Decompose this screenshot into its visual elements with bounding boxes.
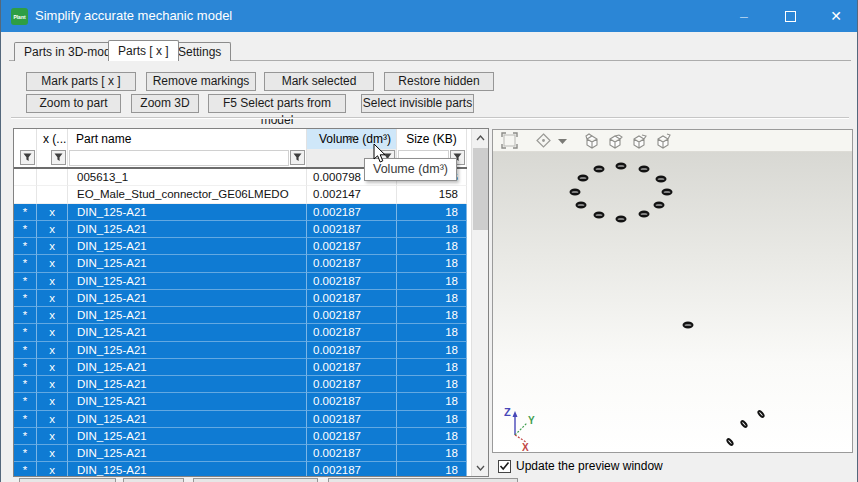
maximize-icon	[785, 11, 796, 22]
washer-part[interactable]	[683, 322, 694, 329]
row-x-cell: x	[37, 445, 68, 462]
title-bar[interactable]: Plant Simplify accurate mechanic model –…	[1, 0, 858, 32]
axis-x-label: X	[522, 442, 529, 452]
filter-cell-marker[interactable]	[14, 149, 37, 167]
washer-part[interactable]	[662, 189, 673, 196]
row-x-cell: x	[37, 204, 68, 221]
washer-part[interactable]	[725, 437, 735, 447]
washer-part[interactable]	[639, 166, 650, 173]
table-row[interactable]: * x DIN_125-A21 0.002187 18	[14, 204, 467, 221]
filter-funnel-icon[interactable]	[51, 150, 66, 165]
remove-markings-button[interactable]: Remove markings	[146, 72, 256, 91]
view-cube-icon[interactable]	[583, 133, 600, 149]
zoom-to-part-button[interactable]: Zoom to part	[26, 94, 121, 113]
table-row[interactable]: * x DIN_125-A21 0.002187 18	[14, 393, 467, 410]
table-row[interactable]: * x DIN_125-A21 0.002187 18	[14, 411, 467, 428]
table-row[interactable]: * x DIN_125-A21 0.002187 18	[14, 462, 467, 476]
filter-cell-x[interactable]	[37, 149, 68, 167]
zoom-3d-button[interactable]: Zoom 3D	[131, 94, 199, 113]
window-title: Simplify accurate mechanic model	[35, 0, 232, 32]
row-marker-cell: *	[14, 290, 37, 307]
row-size-cell: 18	[397, 221, 467, 238]
table-row[interactable]: * x DIN_125-A21 0.002187 18	[14, 376, 467, 393]
row-x-cell: x	[37, 273, 68, 290]
update-preview-label: Update the preview window	[516, 459, 663, 473]
row-x-cell: x	[37, 462, 68, 476]
washer-part[interactable]	[756, 409, 766, 419]
maximize-button[interactable]	[767, 0, 813, 32]
row-x-cell: x	[37, 342, 68, 359]
row-part-name-cell: DIN_125-A21	[68, 445, 307, 462]
table-row[interactable]: * x DIN_125-A21 0.002187 18	[14, 238, 467, 255]
row-marker-cell: *	[14, 255, 37, 272]
table-row[interactable]: * x DIN_125-A21 0.002187 18	[14, 221, 467, 238]
scroll-up-arrow-icon[interactable]	[472, 129, 489, 146]
row-volume-cell: 0.002187	[307, 204, 397, 221]
washer-part[interactable]	[594, 212, 605, 219]
washer-part[interactable]	[578, 175, 589, 182]
view-cube-icon[interactable]	[655, 133, 672, 149]
row-marker-cell: *	[14, 445, 37, 462]
minimize-button[interactable]: –	[721, 0, 767, 32]
close-button[interactable]: ✕	[813, 0, 858, 32]
view-cube-icon[interactable]	[631, 133, 648, 149]
table-row[interactable]: * x DIN_125-A21 0.002187 18	[14, 324, 467, 341]
filter-funnel-icon[interactable]	[20, 150, 35, 165]
table-row[interactable]: * x DIN_125-A21 0.002187 18	[14, 307, 467, 324]
header-marker-column[interactable]	[14, 129, 37, 149]
filter-cell-part-name[interactable]	[68, 149, 307, 167]
header-size-column[interactable]: Size (KB)	[397, 129, 467, 149]
row-volume-cell: 0.002187	[307, 376, 397, 393]
washer-part[interactable]	[576, 202, 587, 209]
restore-hidden-button[interactable]: Restore hidden	[384, 72, 494, 91]
row-marker-cell: *	[14, 238, 37, 255]
mark-parts-button[interactable]: Mark parts [ x ]	[26, 72, 136, 91]
table-row[interactable]: * x DIN_125-A21 0.002187 18	[14, 342, 467, 359]
table-row[interactable]: EO_Male_Stud_connector_GE06LMEDO 0.00214…	[14, 186, 467, 203]
washer-part[interactable]	[616, 163, 627, 170]
washer-part[interactable]	[654, 202, 665, 209]
header-x-column[interactable]: x (...	[37, 129, 68, 149]
row-size-cell: 18	[397, 359, 467, 376]
washer-part[interactable]	[639, 211, 650, 218]
table-row[interactable]: * x DIN_125-A21 0.002187 18	[14, 273, 467, 290]
washer-part[interactable]	[570, 189, 581, 196]
scroll-down-arrow-icon[interactable]	[472, 459, 489, 476]
select-invisible-parts-button[interactable]: Select invisible parts	[361, 94, 474, 113]
mark-selected-button[interactable]: Mark selected	[264, 72, 374, 91]
cut-off-button[interactable]	[19, 478, 116, 482]
dropdown-arrow-icon[interactable]	[558, 138, 567, 144]
table-row[interactable]: * x DIN_125-A21 0.002187 18	[14, 359, 467, 376]
row-marker-cell: *	[14, 221, 37, 238]
washer-part[interactable]	[594, 166, 605, 173]
table-row[interactable]: * x DIN_125-A21 0.002187 18	[14, 445, 467, 462]
cut-off-button[interactable]	[193, 478, 318, 482]
fit-view-icon[interactable]	[501, 132, 518, 149]
washer-part[interactable]	[739, 419, 749, 429]
row-size-cell: 18	[397, 393, 467, 410]
view-cube-icon[interactable]	[607, 133, 624, 149]
axis-z-label: Z	[504, 406, 511, 418]
row-x-cell: x	[37, 307, 68, 324]
header-part-name-column[interactable]: Part name	[68, 129, 307, 149]
cut-off-button[interactable]	[328, 478, 518, 482]
preview-viewport[interactable]: Z Y X	[493, 152, 852, 452]
row-size-cell: 18	[397, 376, 467, 393]
update-preview-checkbox[interactable]	[498, 460, 511, 473]
cut-off-button[interactable]	[123, 478, 184, 482]
locate-icon[interactable]	[536, 133, 551, 148]
tab-parts-x[interactable]: Parts [ x ]	[108, 40, 179, 61]
app-icon: Plant	[11, 8, 28, 25]
washer-part[interactable]	[616, 216, 627, 223]
vertical-scrollbar[interactable]	[471, 129, 488, 476]
row-x-cell: x	[37, 290, 68, 307]
part-name-filter-input[interactable]	[69, 150, 289, 166]
table-row[interactable]: * x DIN_125-A21 0.002187 18	[14, 290, 467, 307]
table-row[interactable]: * x DIN_125-A21 0.002187 18	[14, 255, 467, 272]
washer-part[interactable]	[656, 176, 667, 183]
filter-funnel-icon[interactable]	[290, 150, 305, 165]
preview-panel[interactable]: Z Y X	[492, 129, 853, 453]
scrollbar-thumb[interactable]	[473, 148, 488, 230]
table-row[interactable]: * x DIN_125-A21 0.002187 18	[14, 428, 467, 445]
f5-select-parts-button[interactable]: F5 Select parts from model	[208, 94, 346, 113]
